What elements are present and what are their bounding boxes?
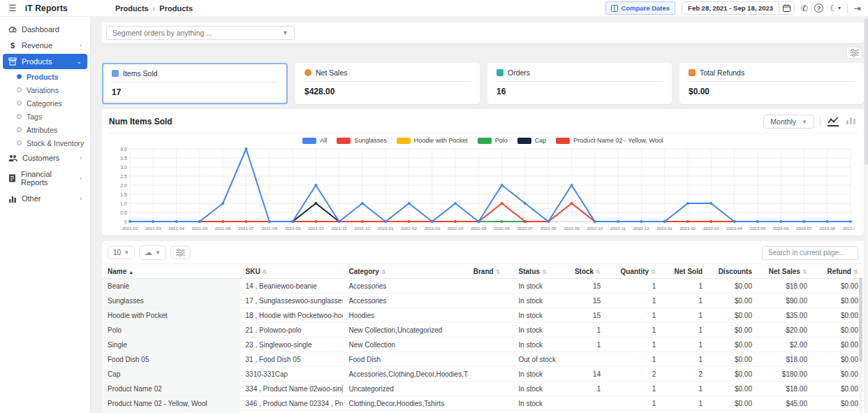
table-row[interactable]: Cap3310-331CapAccessories,Clothing,Decor… bbox=[102, 367, 864, 382]
sidebar-item-label: Dashboard bbox=[22, 25, 59, 34]
cell-net-sold: 1 bbox=[661, 352, 708, 367]
sidebar-subitem-stock-inventory[interactable]: Stock & Inventory bbox=[0, 136, 90, 150]
column-header-refund[interactable]: Refund⇅ bbox=[813, 264, 864, 279]
column-header-stock[interactable]: Stock⇅ bbox=[567, 264, 607, 279]
segment-select[interactable]: ▼ bbox=[106, 26, 295, 40]
sidebar-item-revenue[interactable]: $Revenue› bbox=[3, 38, 87, 53]
column-header-status[interactable]: Status⇅ bbox=[513, 264, 567, 279]
svg-text:2023-04: 2023-04 bbox=[726, 226, 742, 231]
kpi-value: $428.00 bbox=[304, 87, 471, 96]
bullet-icon bbox=[17, 87, 22, 92]
legend-item[interactable]: All bbox=[302, 137, 327, 144]
kpi-card-items-sold[interactable]: Items Sold17 bbox=[102, 63, 288, 104]
legend-item[interactable]: Hoodie with Pocket bbox=[397, 137, 468, 144]
cell-sku: 346 , Product Name 02334 , Product Name … bbox=[240, 396, 344, 411]
sidebar-item-other[interactable]: Other› bbox=[3, 191, 87, 206]
phone-icon[interactable]: ✆ bbox=[801, 4, 808, 13]
breadcrumb-item[interactable]: Products bbox=[115, 4, 149, 13]
segment-input[interactable] bbox=[112, 29, 282, 37]
cell-stock: 15 bbox=[567, 294, 607, 308]
calendar-button[interactable] bbox=[779, 2, 794, 14]
cell-net-sold: 1 bbox=[661, 411, 708, 413]
table-row[interactable]: Product Name 02 - Yellow, Wool346 , Prod… bbox=[102, 396, 864, 411]
column-header-net-sold[interactable]: Net Sold bbox=[661, 264, 708, 279]
date-range-value[interactable]: Feb 28, 2021 - Sep 18, 2023 bbox=[682, 2, 779, 14]
sidebar-item-financial-reports[interactable]: Financial Reports› bbox=[3, 166, 87, 190]
sidebar-item-customers[interactable]: Customers› bbox=[3, 150, 87, 166]
kpi-card-net-sales[interactable]: Net Sales$428.00 bbox=[295, 63, 480, 104]
sidebar-subitem-tags[interactable]: Tags bbox=[0, 110, 90, 123]
cell-brand bbox=[468, 411, 513, 413]
cell-brand bbox=[468, 279, 513, 294]
sidebar-subitem-products[interactable]: Products bbox=[0, 70, 90, 83]
cell-quantity: 1 bbox=[606, 338, 661, 352]
legend-item[interactable]: Cap bbox=[517, 137, 547, 144]
column-header-brand[interactable]: Brand⇅ bbox=[468, 264, 513, 279]
logout-icon[interactable]: ⇥ bbox=[854, 4, 861, 13]
svg-text:2023-05: 2023-05 bbox=[749, 226, 765, 231]
kpi-card-orders[interactable]: Orders16 bbox=[487, 63, 672, 104]
table-scrollbar[interactable] bbox=[859, 277, 862, 413]
legend-item[interactable]: Polo bbox=[478, 137, 508, 144]
cell-discounts: $0.00 bbox=[708, 382, 758, 396]
line-chart-toggle[interactable] bbox=[827, 117, 839, 126]
svg-text:2022-01: 2022-01 bbox=[378, 226, 394, 231]
column-header-sku[interactable]: SKU⇅ bbox=[240, 264, 344, 279]
cell-net-sold: 1 bbox=[661, 308, 708, 323]
sidebar-item-dashboard[interactable]: Dashboard bbox=[3, 22, 87, 37]
bar-chart-toggle[interactable] bbox=[846, 117, 857, 126]
cell-status: In stock bbox=[513, 396, 567, 411]
table-row[interactable]: Sunglasses17 , Sunglasseswoo-sunglassesA… bbox=[102, 294, 864, 308]
svg-text:2023-08: 2023-08 bbox=[819, 226, 835, 231]
table-row[interactable]: Product Name 02334 , Product Name 02woo-… bbox=[102, 382, 864, 396]
cell-refund: $0.00 bbox=[813, 411, 864, 413]
cell-brand bbox=[468, 294, 513, 308]
table-row[interactable]: Beanie14 , Beaniewoo-beanieAccessoriesIn… bbox=[102, 279, 864, 294]
sidebar-subitem-categories[interactable]: Categories bbox=[0, 96, 90, 110]
svg-text:2023-06: 2023-06 bbox=[773, 226, 789, 231]
sidebar-subitem-label: Categories bbox=[27, 99, 62, 108]
sidebar-item-products[interactable]: Products⌄ bbox=[3, 54, 87, 69]
page-scrollbar[interactable] bbox=[865, 18, 868, 412]
page-size-select[interactable]: 10 ▼ bbox=[108, 246, 135, 259]
line-chart[interactable]: 00.51.01.52.02.53.03.54.02021-022021-032… bbox=[109, 145, 857, 233]
column-label: Refund bbox=[827, 268, 851, 275]
menu-icon[interactable]: ☰ bbox=[8, 3, 17, 13]
table-settings-button[interactable] bbox=[170, 246, 191, 259]
column-header-net-sales[interactable]: Net Sales⇅ bbox=[758, 264, 813, 279]
table-row[interactable]: Product Name 02 - Blue, Cotton349 , Prod… bbox=[102, 411, 864, 413]
table-row[interactable]: Single23 , Singlewoo-singleNew Collectio… bbox=[102, 338, 864, 352]
svg-text:4.0: 4.0 bbox=[120, 147, 127, 152]
cell-net-sold: 1 bbox=[661, 382, 708, 396]
svg-text:2021-08: 2021-08 bbox=[261, 226, 277, 231]
export-button[interactable]: ☁ ▼ bbox=[139, 245, 166, 260]
kpi-card-total-refunds[interactable]: Total Refunds$0.00 bbox=[679, 63, 864, 104]
date-range-control[interactable]: Feb 28, 2021 - Sep 18, 2023 bbox=[682, 1, 795, 15]
legend-item[interactable]: Product Name 02 - Yellow, Wool bbox=[556, 137, 663, 144]
svg-text:2021-10: 2021-10 bbox=[308, 226, 324, 231]
sidebar-subitem-variations[interactable]: Variations bbox=[0, 83, 90, 96]
table-search-input[interactable] bbox=[762, 246, 858, 260]
svg-text:2023-03: 2023-03 bbox=[703, 226, 719, 231]
table-row[interactable]: Hoodie with Pocket18 , Hoodie with Pocke… bbox=[102, 308, 864, 323]
column-header-quantity[interactable]: Quantity⇅ bbox=[606, 264, 661, 279]
sort-icon: ⇅ bbox=[542, 268, 547, 275]
column-header-category[interactable]: Category⇅ bbox=[343, 264, 467, 279]
cell-status: In stock bbox=[513, 279, 567, 294]
help-icon[interactable]: ? bbox=[814, 3, 823, 13]
column-header-name[interactable]: Name▲ bbox=[102, 264, 240, 279]
cell-brand bbox=[468, 338, 513, 352]
cell-refund: $0.00 bbox=[813, 396, 864, 411]
sidebar-subitem-attributes[interactable]: Attributes bbox=[0, 123, 90, 136]
theme-toggle[interactable]: ☾ ▾ bbox=[830, 4, 841, 13]
column-header-discounts[interactable]: Discounts bbox=[708, 264, 758, 279]
table-row[interactable]: Polo21 , Polowoo-poloNew Collection,Unca… bbox=[102, 323, 864, 338]
interval-value: Monthly bbox=[770, 117, 796, 126]
compare-dates-button[interactable]: Compare Dates bbox=[605, 1, 675, 15]
legend-item[interactable]: Sunglasses bbox=[337, 137, 387, 144]
column-label: SKU bbox=[246, 268, 260, 275]
kpi-settings-button[interactable] bbox=[846, 47, 862, 59]
interval-select[interactable]: Monthly ▼ bbox=[763, 115, 814, 129]
table-row[interactable]: Food Dish 0531 , Food Dish 05Food DishOu… bbox=[102, 352, 864, 367]
chevron-icon: › bbox=[80, 42, 82, 49]
